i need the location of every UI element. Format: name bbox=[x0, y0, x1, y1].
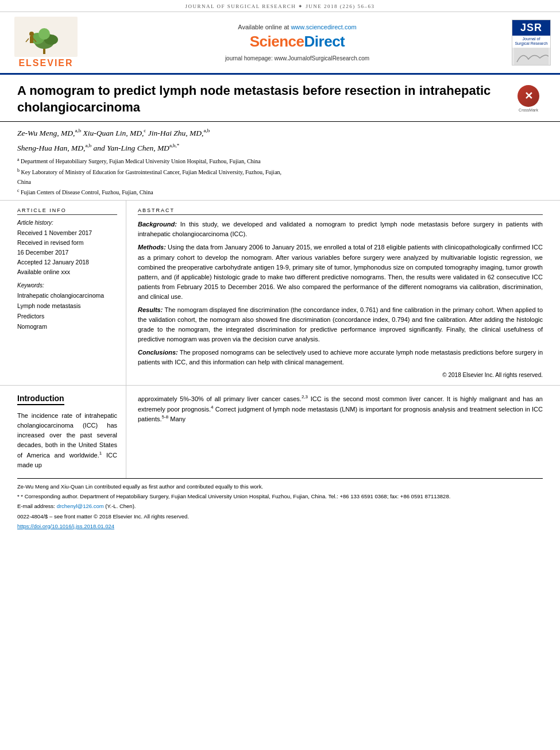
available-online: Available online xxx bbox=[17, 267, 117, 277]
svg-rect-1 bbox=[43, 48, 45, 54]
jsr-logo: JSR Journal ofSurgical Research bbox=[512, 20, 551, 66]
footer-notes: Ze-Wu Meng and Xiu-Quan Lin contributed … bbox=[17, 478, 543, 534]
two-column-section: Article Info Article history: Received 1… bbox=[0, 201, 560, 386]
jsr-letters: JSR bbox=[520, 22, 542, 34]
abstract-methods: Methods: Using the data from January 200… bbox=[138, 243, 543, 301]
introduction-section: Introduction The incidence rate of intra… bbox=[0, 386, 560, 478]
methods-label: Methods: bbox=[138, 244, 166, 251]
elsevier-logo-area: ELSEVIER bbox=[6, 17, 86, 68]
abstract-results: Results: The nomogram displayed fine dis… bbox=[138, 305, 543, 344]
abstract-conclusions: Conclusions: The proposed nomograms can … bbox=[138, 348, 543, 367]
issn-note: 0022-4804/$ – see front matter © 2018 El… bbox=[17, 512, 543, 521]
corresponding-note: * * Corresponding author. Department of … bbox=[17, 492, 543, 501]
sup-a4: a,b bbox=[85, 143, 91, 148]
sup-a1: a,b bbox=[75, 128, 81, 133]
jsr-subtitle: Journal ofSurgical Research bbox=[513, 36, 549, 48]
keyword-4: Nomogram bbox=[17, 322, 117, 332]
journal-homepage: journal homepage: www.JournalofSurgicalR… bbox=[225, 55, 369, 61]
email-note: E-mail address: drchenyl@126.com (Y.-L. … bbox=[17, 502, 543, 510]
abstract-content: Background: In this study, we developed … bbox=[138, 220, 543, 367]
sup-a2: c bbox=[144, 128, 146, 133]
sd-direct: Direct bbox=[304, 33, 345, 50]
background-label: Background: bbox=[138, 221, 177, 228]
affiliation-c: c Fujian Centers of Disease Control, Fuz… bbox=[17, 187, 543, 197]
abstract-background: Background: In this study, we developed … bbox=[138, 220, 543, 239]
sup-a5: a,b,* bbox=[169, 143, 180, 148]
sciencedirect-logo: ScienceDirect bbox=[250, 33, 345, 51]
received-date: Received 1 November 2017 bbox=[17, 228, 117, 238]
title-section: A nomogram to predict lymph node metasta… bbox=[0, 75, 560, 122]
copyright-line: © 2018 Elsevier Inc. All rights reserved… bbox=[138, 372, 543, 378]
methods-text: Using the data from January 2006 to Janu… bbox=[138, 244, 543, 299]
keyword-2: Lymph node metastasis bbox=[17, 301, 117, 311]
crossmark-badge[interactable]: ✕ CrossMark bbox=[514, 85, 543, 112]
abstract-label: Abstract bbox=[138, 207, 543, 215]
crossmark-icon: ✕ bbox=[517, 85, 539, 107]
available-online-text: Available online at www.sciencedirect.co… bbox=[238, 24, 356, 30]
authors-section: Ze-Wu Meng, MD,a,b Xiu-Quan Lin, MD,c Ji… bbox=[0, 122, 560, 201]
right-column: Abstract Background: In this study, we d… bbox=[126, 201, 560, 385]
jsr-top: JSR bbox=[512, 20, 550, 36]
article-info-label: Article Info bbox=[17, 207, 117, 215]
intro-right-text: approximately 5%-30% of all primary live… bbox=[138, 394, 543, 424]
conclusions-text: The proposed nomograms can be selectivel… bbox=[138, 349, 543, 366]
email-label: E-mail address: bbox=[17, 503, 55, 509]
svg-point-5 bbox=[38, 28, 50, 40]
elsevier-text: ELSEVIER bbox=[18, 58, 73, 68]
header-center: Available online at www.sciencedirect.co… bbox=[92, 17, 503, 68]
doi-link[interactable]: https://doi.org/10.1016/j.jss.2018.01.02… bbox=[17, 523, 114, 529]
email-link[interactable]: drchenyl@126.com bbox=[57, 503, 104, 509]
svg-point-6 bbox=[29, 32, 34, 36]
intro-left: Introduction The incidence rate of intra… bbox=[0, 386, 126, 478]
results-text: The nomogram displayed fine discriminati… bbox=[138, 306, 543, 343]
introduction-heading: Introduction bbox=[17, 394, 64, 405]
affiliation-b-cont: China bbox=[17, 178, 543, 186]
sd-science: Science bbox=[250, 33, 304, 50]
jsr-logo-area: JSR Journal ofSurgical Research bbox=[508, 17, 554, 68]
elsevier-tree-image bbox=[14, 17, 78, 57]
elsevier-logo: ELSEVIER bbox=[14, 17, 78, 68]
email-note-text: (Y.-L. Chen). bbox=[105, 503, 136, 509]
equal-contribution-note: Ze-Wu Meng and Xiu-Quan Lin contributed … bbox=[17, 482, 543, 491]
affiliation-a: a Department of Hepatobiliary Surgery, F… bbox=[17, 156, 543, 166]
authors-line1: Ze-Wu Meng, MD,a,b Xiu-Quan Lin, MD,c Ji… bbox=[17, 126, 543, 139]
keywords-label: Keywords: bbox=[17, 282, 117, 289]
history-label: Article history: bbox=[17, 220, 117, 226]
crossmark-symbol: ✕ bbox=[524, 90, 533, 102]
keyword-3: Predictors bbox=[17, 311, 117, 322]
crossmark-label: CrossMark bbox=[519, 108, 538, 112]
conclusions-label: Conclusions: bbox=[138, 349, 178, 356]
revised-label: Received in revised form bbox=[17, 238, 117, 248]
svg-rect-7 bbox=[30, 36, 33, 43]
accepted-date: Accepted 12 January 2018 bbox=[17, 257, 117, 267]
left-column: Article Info Article history: Received 1… bbox=[0, 201, 126, 385]
header-section: ELSEVIER Available online at www.science… bbox=[0, 12, 560, 75]
revised-date: 16 December 2017 bbox=[17, 248, 117, 257]
affiliation-b: b Key Laboratory of Ministry of Educatio… bbox=[17, 167, 543, 176]
intro-right: approximately 5%-30% of all primary live… bbox=[126, 386, 560, 478]
jsr-image bbox=[512, 48, 550, 65]
intro-left-text: The incidence rate of intrahepatic chola… bbox=[17, 411, 117, 470]
article-title: A nomogram to predict lymph node metasta… bbox=[17, 83, 508, 116]
sciencedirect-url[interactable]: www.sciencedirect.com bbox=[291, 24, 356, 30]
journal-top-bar: Journal of Surgical Research ✦ June 2018… bbox=[0, 0, 560, 12]
results-label: Results: bbox=[138, 306, 163, 313]
keyword-1: Intrahepatic cholangiocarcinoma bbox=[17, 291, 117, 301]
doi-note: https://doi.org/10.1016/j.jss.2018.01.02… bbox=[17, 522, 543, 530]
background-text: In this study, we developed and validate… bbox=[138, 221, 543, 237]
sup-a3: a,b bbox=[203, 128, 210, 133]
authors-line2: Sheng-Hua Han, MD,a,b and Yan-Ling Chen,… bbox=[17, 141, 543, 154]
